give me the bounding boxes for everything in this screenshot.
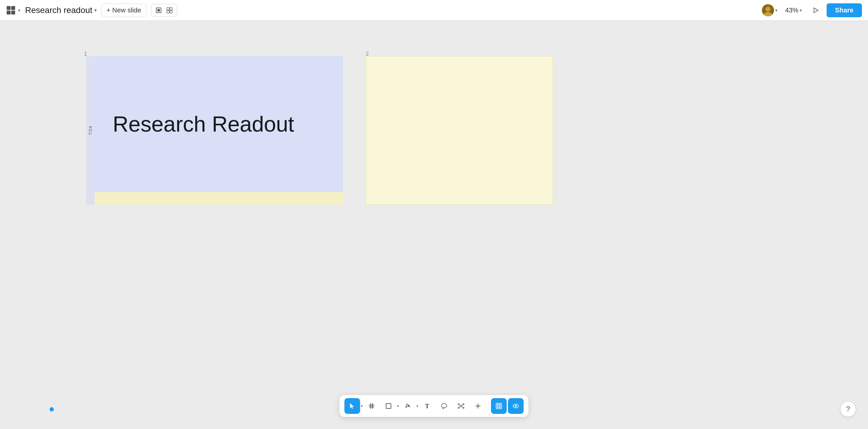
doc-title-area: Research readout ▾ bbox=[25, 5, 97, 15]
svg-rect-2 bbox=[7, 10, 10, 15]
app-logo[interactable]: ▾ bbox=[6, 5, 20, 15]
shape-tool-button[interactable] bbox=[381, 398, 397, 414]
zoom-control[interactable]: 43% ▾ bbox=[782, 4, 805, 16]
new-slide-label: + New slide bbox=[107, 6, 141, 14]
svg-marker-13 bbox=[814, 8, 818, 13]
svg-point-27 bbox=[463, 407, 464, 408]
slide1-tab-text: 7/24 bbox=[88, 125, 93, 135]
pen-tool-group: ▾ bbox=[400, 398, 418, 414]
svg-rect-37 bbox=[497, 406, 499, 408]
pen-tool-dropdown-icon[interactable]: ▾ bbox=[416, 404, 418, 408]
svg-rect-19 bbox=[386, 404, 391, 408]
shape-tool-dropdown-icon[interactable]: ▾ bbox=[397, 404, 399, 408]
blue-dot-indicator bbox=[50, 407, 54, 411]
view-grid-icon[interactable] bbox=[165, 5, 175, 15]
svg-point-11 bbox=[766, 7, 770, 11]
svg-rect-34 bbox=[496, 403, 502, 409]
svg-rect-7 bbox=[170, 7, 172, 10]
toolbar-separator bbox=[488, 401, 489, 411]
svg-line-28 bbox=[459, 405, 460, 405]
select-tool-group: ▾ bbox=[345, 398, 363, 414]
svg-rect-0 bbox=[7, 6, 10, 10]
frame-view-toggle-button[interactable] bbox=[491, 398, 507, 414]
svg-point-26 bbox=[458, 407, 459, 408]
slide1-left-tab: 7/24 bbox=[86, 56, 95, 204]
shape-tool-group: ▾ bbox=[381, 398, 399, 414]
topbar-right: ▾ 43% ▾ Share bbox=[762, 3, 862, 17]
svg-line-31 bbox=[462, 407, 463, 407]
slide1-footer bbox=[95, 192, 343, 204]
text-tool-button[interactable]: T bbox=[420, 398, 435, 414]
svg-rect-35 bbox=[497, 404, 499, 406]
svg-rect-36 bbox=[499, 404, 501, 406]
pen-tool-button[interactable] bbox=[400, 398, 416, 414]
slide-2[interactable] bbox=[366, 56, 553, 204]
app-logo-icon bbox=[6, 5, 16, 15]
topbar-left: ▾ Research readout ▾ + New slide bbox=[6, 4, 177, 17]
help-button[interactable]: ? bbox=[840, 401, 856, 417]
view-toggle-group bbox=[151, 4, 177, 17]
svg-point-22 bbox=[441, 404, 447, 408]
svg-rect-1 bbox=[11, 6, 15, 10]
avatar-chevron-icon: ▾ bbox=[775, 8, 777, 13]
view-single-icon[interactable] bbox=[154, 5, 163, 15]
slide1-title: Research Readout bbox=[113, 111, 294, 137]
add-tool-button[interactable] bbox=[470, 398, 486, 414]
logo-chevron-icon: ▾ bbox=[18, 8, 20, 13]
canvas-area: 1 2 7/24 Research Readout ▾ bbox=[0, 21, 868, 429]
bottom-toolbar: ▾ ▾ bbox=[340, 395, 529, 417]
svg-point-40 bbox=[515, 405, 517, 407]
doc-title-dropdown-icon[interactable]: ▾ bbox=[94, 7, 97, 13]
svg-marker-14 bbox=[350, 403, 354, 409]
svg-rect-9 bbox=[170, 10, 172, 13]
avatar-area[interactable]: ▾ bbox=[762, 4, 777, 16]
svg-rect-38 bbox=[499, 406, 501, 408]
share-button[interactable]: Share bbox=[827, 3, 862, 17]
svg-point-25 bbox=[463, 404, 464, 405]
play-button[interactable] bbox=[810, 4, 822, 16]
svg-point-24 bbox=[458, 404, 459, 405]
share-label: Share bbox=[835, 6, 854, 14]
svg-line-29 bbox=[462, 405, 463, 405]
svg-rect-6 bbox=[167, 7, 169, 10]
svg-rect-8 bbox=[167, 10, 169, 13]
select-tool-dropdown-icon[interactable]: ▾ bbox=[361, 404, 363, 408]
zoom-level: 43% bbox=[785, 6, 799, 14]
help-icon: ? bbox=[846, 405, 850, 413]
slide1-main: Research Readout bbox=[95, 56, 343, 204]
svg-text:T: T bbox=[425, 403, 430, 409]
slide1-body: Research Readout bbox=[95, 56, 343, 192]
grid-tool-button[interactable] bbox=[364, 398, 380, 414]
new-slide-button[interactable]: + New slide bbox=[101, 4, 146, 17]
eye-view-toggle-button[interactable] bbox=[508, 398, 524, 414]
slide2-body bbox=[366, 56, 553, 204]
avatar bbox=[762, 4, 774, 16]
select-tool-button[interactable] bbox=[345, 398, 360, 414]
doc-title: Research readout bbox=[25, 5, 92, 15]
nodes-tool-button[interactable] bbox=[453, 398, 469, 414]
topbar: ▾ Research readout ▾ + New slide bbox=[0, 0, 868, 21]
zoom-chevron-icon: ▾ bbox=[800, 8, 802, 13]
slide-1[interactable]: 7/24 Research Readout bbox=[86, 56, 343, 204]
svg-point-23 bbox=[460, 405, 462, 407]
svg-rect-3 bbox=[11, 10, 15, 15]
svg-line-30 bbox=[459, 407, 460, 407]
speech-bubble-tool-button[interactable] bbox=[436, 398, 452, 414]
svg-rect-5 bbox=[157, 9, 160, 11]
